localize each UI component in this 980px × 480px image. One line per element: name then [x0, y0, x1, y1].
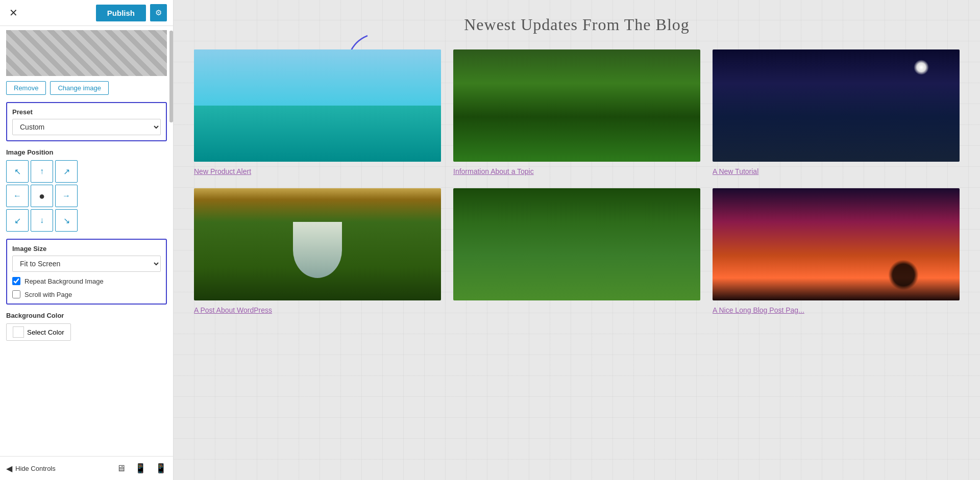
image-size-section: Image Size Fit to Screen Original Fill S… [6, 239, 167, 305]
tablet-icon[interactable]: 📱 [134, 462, 147, 475]
card-6-link[interactable]: A Nice Long Blog Post Pag... [713, 306, 804, 314]
repeat-bg-checkbox[interactable] [12, 277, 20, 285]
pos-bottom-right[interactable]: ↘ [55, 209, 78, 232]
pos-middle-left[interactable]: ← [6, 185, 29, 207]
panel-scrollbar[interactable] [169, 26, 173, 480]
desktop-icon[interactable]: 🖥 [115, 462, 127, 475]
gear-button[interactable]: ⚙ [150, 4, 167, 21]
thumbnail-image [6, 30, 167, 76]
select-color-label: Select Color [27, 329, 64, 336]
image-action-buttons: Remove Change image [6, 81, 167, 95]
scroll-page-label: Scroll with Page [24, 291, 72, 298]
main-content: Newest Updates From The Blog New Product… [174, 0, 980, 480]
top-bar: ✕ Remove Publish ⚙ [0, 0, 173, 26]
bg-color-label: Background Color [6, 312, 167, 319]
pos-bottom-center[interactable]: ↓ [31, 209, 53, 232]
hide-controls-arrow: ◀ [6, 464, 12, 473]
card-1-link[interactable]: New Product Alert [194, 167, 251, 175]
preset-label: Preset [12, 108, 161, 116]
blog-card-4: A Post About WordPress [194, 188, 441, 315]
blog-card-6: A Nice Long Blog Post Pag... [713, 188, 960, 315]
close-button[interactable]: ✕ [6, 6, 21, 20]
blog-title: Newest Updates From The Blog [194, 15, 960, 34]
blog-card-5 [453, 188, 700, 315]
change-image-button[interactable]: Change image [50, 81, 109, 95]
card-2-image [453, 49, 700, 162]
select-color-button[interactable]: Select Color [6, 323, 71, 341]
blog-card-2: Information About a Topic [453, 49, 700, 176]
bottom-bar: ◀ Hide Controls 🖥 📱 📱 [0, 456, 174, 480]
image-thumbnail [6, 30, 167, 76]
card-1-image [194, 49, 441, 162]
image-position-label: Image Position [6, 148, 167, 156]
image-size-select[interactable]: Fit to Screen Original Fill Screen Tile [12, 256, 161, 272]
panel-scrollbar-thumb [169, 31, 173, 122]
card-4-image [194, 188, 441, 300]
scroll-with-page-row: Scroll with Page [12, 290, 161, 298]
card-2-link[interactable]: Information About a Topic [453, 167, 534, 175]
blog-card-1: New Product Alert [194, 49, 441, 176]
card-3-image [713, 49, 960, 162]
pos-top-center[interactable]: ↑ [31, 160, 53, 183]
preset-select[interactable]: Custom Default Full Screen Fit to Screen [12, 119, 161, 135]
pos-top-left[interactable]: ↖ [6, 160, 29, 183]
repeat-bg-row: Repeat Background Image [12, 277, 161, 285]
blog-section: Newest Updates From The Blog New Product… [174, 0, 980, 480]
remove-button[interactable]: Remove [6, 81, 46, 95]
left-panel: ✕ Remove Publish ⚙ Remove Change image P… [0, 0, 174, 480]
preset-section: Preset Custom Default Full Screen Fit to… [6, 102, 167, 141]
scroll-page-checkbox[interactable] [12, 290, 20, 298]
card-5-image [453, 188, 700, 300]
mobile-icon[interactable]: 📱 [154, 462, 167, 475]
blog-grid: New Product Alert Information About a To… [194, 49, 960, 315]
repeat-bg-label: Repeat Background Image [24, 277, 104, 285]
position-grid: ↖ ↑ ↗ ← ● → ↙ ↓ ↘ [6, 160, 167, 232]
hide-controls-label: Hide Controls [15, 465, 56, 472]
image-size-label: Image Size [12, 245, 161, 252]
blog-card-3: A New Tutorial [713, 49, 960, 176]
panel-scroll-area: Remove Change image Preset Custom Defaul… [0, 26, 173, 480]
image-position-section: Image Position ↖ ↑ ↗ ← ● → ↙ ↓ ↘ [6, 148, 167, 232]
pos-middle-right[interactable]: → [55, 185, 78, 207]
pos-bottom-left[interactable]: ↙ [6, 209, 29, 232]
color-swatch [13, 326, 24, 338]
hide-controls-button[interactable]: ◀ Hide Controls [6, 464, 56, 473]
publish-button[interactable]: Publish [96, 5, 146, 21]
pos-middle-center[interactable]: ● [31, 185, 53, 207]
pos-top-right[interactable]: ↗ [55, 160, 78, 183]
background-color-section: Background Color Select Color [6, 312, 167, 341]
card-4-link[interactable]: A Post About WordPress [194, 306, 272, 314]
card-3-link[interactable]: A New Tutorial [713, 167, 758, 175]
card-6-image [713, 188, 960, 300]
